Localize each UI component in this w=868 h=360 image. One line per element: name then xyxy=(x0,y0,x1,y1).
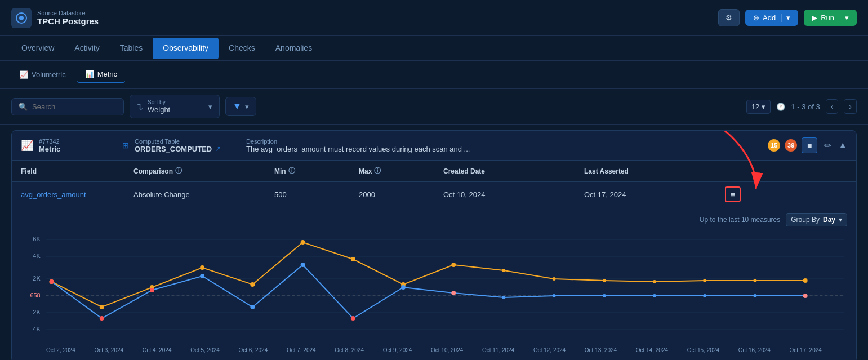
description-text: The avg_orders_amount must record values… xyxy=(246,145,500,153)
svg-text:-658: -658 xyxy=(28,292,41,299)
tab-overview[interactable]: Overview xyxy=(11,38,64,59)
svg-point-39 xyxy=(401,285,406,290)
volumetric-icon: 📈 xyxy=(19,70,28,79)
svg-point-30 xyxy=(753,279,756,282)
th-min: Min ⓘ xyxy=(274,166,359,176)
svg-point-42 xyxy=(553,294,556,297)
table-row: avg_orders_amount Absolute Change 500 20… xyxy=(12,182,856,207)
tab-tables[interactable]: Tables xyxy=(110,38,153,59)
toolbar-right: 12 ▾ 🕐 1 - 3 of 3 ‹ › xyxy=(746,99,857,114)
table-icon: ⊞ xyxy=(122,141,129,150)
badge-orange: 39 xyxy=(785,139,797,152)
th-created-date: Created Date xyxy=(443,166,584,176)
svg-text:4K: 4K xyxy=(33,252,41,259)
top-header: Source Datastore TPCH Postgres ⚙ ⊕ Add ▾… xyxy=(0,0,868,36)
add-button[interactable]: ⊕ Add ▾ xyxy=(745,10,798,26)
th-last-asserted: Last Asserted xyxy=(584,166,725,176)
run-button[interactable]: ▶ Run ▾ xyxy=(804,10,857,26)
svg-point-43 xyxy=(603,294,606,297)
collapse-button[interactable]: ▲ xyxy=(838,140,847,150)
min-info-icon[interactable]: ⓘ xyxy=(288,166,295,176)
svg-point-28 xyxy=(653,280,656,283)
td-comparison: Absolute Change xyxy=(133,190,274,199)
svg-point-46 xyxy=(753,294,756,297)
gear-icon: ⚙ xyxy=(725,14,732,22)
external-link-icon[interactable]: ↗ xyxy=(215,145,221,153)
nav-tabs: Overview Activity Tables Observability C… xyxy=(0,36,868,61)
group-by-select[interactable]: Group By Day ▾ xyxy=(786,213,847,226)
page-size-chevron-icon: ▾ xyxy=(762,103,765,111)
run-icon: ▶ xyxy=(812,14,817,22)
run-chevron-icon: ▾ xyxy=(840,14,849,22)
search-icon: 🔍 xyxy=(19,103,28,111)
computed-table-label: Computed Table xyxy=(135,138,221,145)
row-settings-icon[interactable]: ≡ xyxy=(725,186,741,202)
svg-point-24 xyxy=(451,263,456,267)
metric-chart: 6K 4K 2K -658 -2K -4K xyxy=(21,231,847,344)
color-block-button[interactable]: ■ xyxy=(802,137,817,153)
table-header: Field Comparison ⓘ Min ⓘ Max ⓘ Created D… xyxy=(12,161,856,182)
svg-text:2K: 2K xyxy=(33,275,41,282)
th-max: Max ⓘ xyxy=(359,166,443,176)
metric-id: #77342 xyxy=(39,138,60,145)
svg-point-31 xyxy=(803,278,808,283)
svg-point-44 xyxy=(653,294,656,297)
svg-point-25 xyxy=(502,269,505,272)
sub-tabs: 📈 Volumetric 📊 Metric xyxy=(0,61,868,89)
plus-icon: ⊕ xyxy=(753,14,759,22)
svg-point-36 xyxy=(250,305,255,309)
toolbar: 🔍 ⇅ Sort by Weight ▾ ▼ ▾ 12 ▾ 🕐 1 - 3 of… xyxy=(0,89,868,125)
badge-yellow: 15 xyxy=(768,139,780,152)
td-field: avg_orders_amount xyxy=(21,190,133,199)
svg-point-20 xyxy=(250,282,255,287)
filter-dropdown[interactable]: ▼ ▾ xyxy=(225,97,256,116)
svg-point-27 xyxy=(603,279,606,282)
svg-point-21 xyxy=(301,240,305,245)
td-row-settings[interactable]: ≡ xyxy=(725,186,759,202)
page-size-select[interactable]: 12 ▾ xyxy=(746,100,771,114)
svg-point-38 xyxy=(351,316,355,321)
th-field: Field xyxy=(21,166,133,176)
datasource-label: Source Datastore xyxy=(37,10,99,16)
add-chevron-icon: ▾ xyxy=(781,14,790,22)
edit-button[interactable]: ✏ xyxy=(822,138,834,153)
svg-point-1 xyxy=(19,16,24,20)
td-max: 2000 xyxy=(359,190,443,199)
toolbar-left: 🔍 ⇅ Sort by Weight ▾ ▼ ▾ xyxy=(11,95,256,118)
filter-icon: ▼ xyxy=(233,101,242,112)
svg-point-26 xyxy=(553,277,556,281)
search-box[interactable]: 🔍 xyxy=(11,98,124,115)
header-left: Source Datastore TPCH Postgres xyxy=(11,8,99,28)
svg-text:-4K: -4K xyxy=(31,326,41,332)
tab-checks[interactable]: Checks xyxy=(219,38,265,59)
svg-point-32 xyxy=(50,279,54,284)
measures-label: Up to the last 10 measures xyxy=(700,216,780,224)
tab-anomalies[interactable]: Anomalies xyxy=(265,38,322,59)
svg-point-37 xyxy=(301,263,305,267)
svg-point-29 xyxy=(703,279,706,282)
description-section: Description The avg_orders_amount must r… xyxy=(246,138,756,153)
prev-page-button[interactable]: ‹ xyxy=(826,99,839,114)
max-info-icon[interactable]: ⓘ xyxy=(374,166,381,176)
tab-activity[interactable]: Activity xyxy=(64,38,109,59)
th-comparison: Comparison ⓘ xyxy=(133,166,274,176)
computed-table-info: ⊞ Computed Table ORDERS_COMPUTED ↗ xyxy=(122,138,235,153)
next-page-button[interactable]: › xyxy=(844,99,857,114)
comparison-info-icon[interactable]: ⓘ xyxy=(175,166,182,176)
gear-button[interactable]: ⚙ xyxy=(718,9,740,26)
sort-dropdown[interactable]: ⇅ Sort by Weight ▾ xyxy=(130,95,220,118)
chart-controls: Up to the last 10 measures Group By Day … xyxy=(21,213,847,226)
search-input[interactable] xyxy=(32,103,111,111)
x-axis-labels: Oct 2, 2024 Oct 3, 2024 Oct 4, 2024 Oct … xyxy=(21,346,847,353)
card-header: 📈 #77342 Metric ⊞ Computed Table ORDERS_… xyxy=(12,131,856,161)
chart-container: 6K 4K 2K -658 -2K -4K xyxy=(21,231,847,353)
svg-point-19 xyxy=(200,265,204,270)
tab-observability[interactable]: Observability xyxy=(153,38,219,59)
metric-icon: 📊 xyxy=(85,70,94,78)
tab-metric[interactable]: 📊 Metric xyxy=(77,66,125,83)
svg-point-22 xyxy=(351,257,355,261)
svg-text:-2K: -2K xyxy=(31,309,41,315)
td-min: 500 xyxy=(274,190,359,199)
tab-volumetric[interactable]: 📈 Volumetric xyxy=(11,67,74,82)
clock-icon: 🕐 xyxy=(776,103,785,111)
